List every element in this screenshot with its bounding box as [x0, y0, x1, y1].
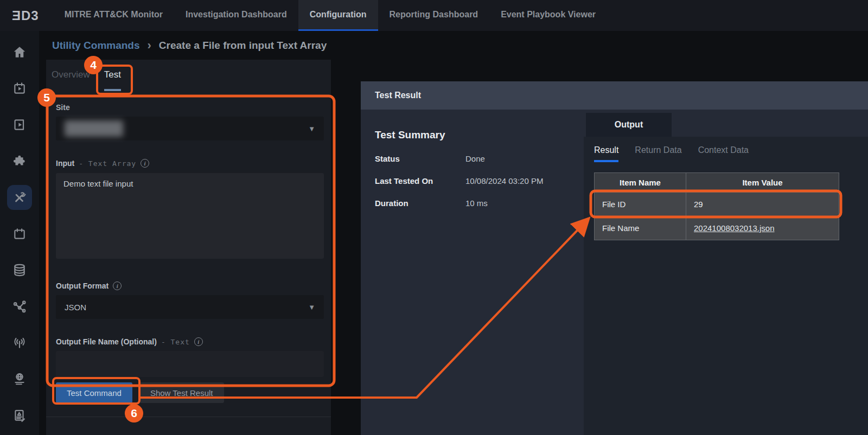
- tab-result[interactable]: Result: [594, 145, 618, 162]
- test-result-body: Test Summary Status Done Last Tested On …: [361, 110, 868, 435]
- caret-down-icon: ▼: [308, 303, 315, 311]
- tab-overview[interactable]: Overview: [52, 69, 90, 91]
- input-textarea[interactable]: Demo text file input: [56, 173, 324, 259]
- tools-icon: [12, 190, 27, 204]
- nav-event-playbook-viewer[interactable]: Event Playbook Viewer: [489, 0, 607, 31]
- info-icon[interactable]: i: [113, 282, 122, 290]
- command-tabs: Overview Test: [46, 60, 331, 91]
- antenna-icon: [12, 336, 27, 350]
- top-nav: ƎD3 MITRE ATT&CK Monitor Investigation D…: [0, 0, 868, 31]
- tab-output[interactable]: Output: [586, 113, 672, 137]
- table-row-file-id: File ID 29: [595, 193, 839, 216]
- sidebar-item-utility-commands[interactable]: [7, 185, 32, 210]
- output-file-name-label: Output File Name (Optional): [56, 337, 157, 346]
- section-divider: [46, 417, 331, 417]
- screen: ƎD3 MITRE ATT&CK Monitor Investigation D…: [0, 0, 868, 435]
- nav-configuration[interactable]: Configuration: [298, 0, 378, 31]
- input-label: Input: [56, 159, 74, 168]
- output-file-name-type-hint: - Text: [161, 338, 190, 346]
- input-type-hint: - Text Array: [79, 159, 136, 168]
- item-value-header: Item Value: [686, 173, 839, 193]
- file-name-value-cell: 20241008032013.json: [686, 216, 839, 240]
- sidebar-item-incident-forms[interactable]: [7, 403, 32, 428]
- output-section: Result Return Data Context Data Item Nam…: [584, 137, 868, 435]
- duration-label: Duration: [375, 199, 465, 208]
- chevron-right-icon: ›: [148, 39, 151, 53]
- site-value-redacted: [65, 120, 123, 137]
- test-summary-title: Test Summary: [375, 129, 543, 141]
- command-test-panel: Overview Test Site ▼ Input - Text Array …: [46, 60, 331, 435]
- file-id-value-cell: 29: [686, 193, 839, 216]
- info-icon[interactable]: i: [141, 159, 149, 168]
- summary-row-last-tested: Last Tested On 10/08/2024 03:20 PM: [375, 176, 543, 185]
- last-tested-value: 10/08/2024 03:20 PM: [465, 176, 543, 185]
- breadcrumb: Utility Commands › Create a File from in…: [52, 31, 327, 60]
- sidebar-item-listener[interactable]: [7, 330, 32, 355]
- sidebar-item-home[interactable]: [7, 40, 32, 65]
- page-title: Create a File from input Text Array: [159, 40, 327, 52]
- sidebar-item-geolocation[interactable]: [7, 367, 32, 392]
- calendar-icon: [12, 227, 27, 241]
- top-nav-items: MITRE ATT&CK Monitor Investigation Dashb…: [53, 0, 607, 31]
- last-tested-label: Last Tested On: [375, 176, 465, 185]
- tab-return-data[interactable]: Return Data: [635, 145, 681, 162]
- file-id-name-cell: File ID: [595, 193, 686, 216]
- sidebar: [0, 31, 39, 435]
- nav-mitre-attck-monitor[interactable]: MITRE ATT&CK Monitor: [53, 0, 174, 31]
- summary-row-status: Status Done: [375, 154, 543, 163]
- sidebar-item-playbooks[interactable]: [7, 112, 32, 137]
- sidebar-item-data-management[interactable]: [7, 258, 32, 283]
- test-form: Site ▼ Input - Text Array i Demo text fi…: [46, 91, 331, 417]
- site-label: Site: [56, 103, 324, 112]
- output-format-select[interactable]: JSON ▼: [56, 295, 324, 319]
- output-format-label: Output Format: [56, 282, 108, 290]
- sidebar-item-scheduled-playbooks[interactable]: [7, 76, 32, 101]
- home-icon: [12, 45, 27, 59]
- table-header-row: Item Name Item Value: [595, 173, 839, 193]
- calendar-play-icon: [12, 81, 27, 95]
- site-select[interactable]: ▼: [56, 117, 324, 140]
- sidebar-item-event-calendar[interactable]: [7, 221, 32, 246]
- d3-logo: ƎD3: [0, 0, 53, 31]
- document-edit-icon: [12, 408, 27, 423]
- output-file-name-input[interactable]: [56, 351, 324, 377]
- output-result-tabs: Result Return Data Context Data: [584, 137, 868, 162]
- playbook-icon: [12, 118, 27, 132]
- caret-down-icon: ▼: [308, 125, 315, 133]
- item-name-header: Item Name: [595, 173, 686, 193]
- tab-test[interactable]: Test: [104, 69, 121, 91]
- nav-reporting-dashboard[interactable]: Reporting Dashboard: [378, 0, 490, 31]
- result-table: Item Name Item Value File ID 29 File Nam…: [594, 172, 839, 240]
- puzzle-icon: [12, 154, 27, 168]
- breadcrumb-parent-link[interactable]: Utility Commands: [52, 40, 140, 52]
- test-command-button[interactable]: Test Command: [56, 382, 132, 403]
- test-summary: Test Summary Status Done Last Tested On …: [375, 129, 543, 208]
- tab-context-data[interactable]: Context Data: [698, 145, 749, 162]
- status-value: Done: [465, 154, 485, 163]
- status-label: Status: [375, 154, 465, 163]
- globe-lines-icon: [12, 372, 27, 386]
- summary-row-duration: Duration 10 ms: [375, 199, 543, 208]
- duration-value: 10 ms: [465, 199, 488, 208]
- file-name-name-cell: File Name: [595, 216, 686, 240]
- show-test-result-button[interactable]: Show Test Result: [139, 382, 224, 403]
- sidebar-item-integrations[interactable]: [7, 149, 32, 174]
- share-nodes-icon: [12, 299, 27, 314]
- table-row-file-name: File Name 20241008032013.json: [595, 216, 839, 240]
- database-icon: [12, 263, 27, 277]
- file-name-link[interactable]: 20241008032013.json: [694, 223, 774, 233]
- nav-investigation-dashboard[interactable]: Investigation Dashboard: [174, 0, 298, 31]
- info-icon[interactable]: i: [194, 337, 203, 346]
- sidebar-item-link-analysis[interactable]: [7, 294, 32, 319]
- test-result-header: Test Result: [361, 81, 868, 110]
- output-format-value: JSON: [65, 303, 86, 312]
- test-result-panel: Test Result Test Summary Status Done Las…: [361, 81, 868, 435]
